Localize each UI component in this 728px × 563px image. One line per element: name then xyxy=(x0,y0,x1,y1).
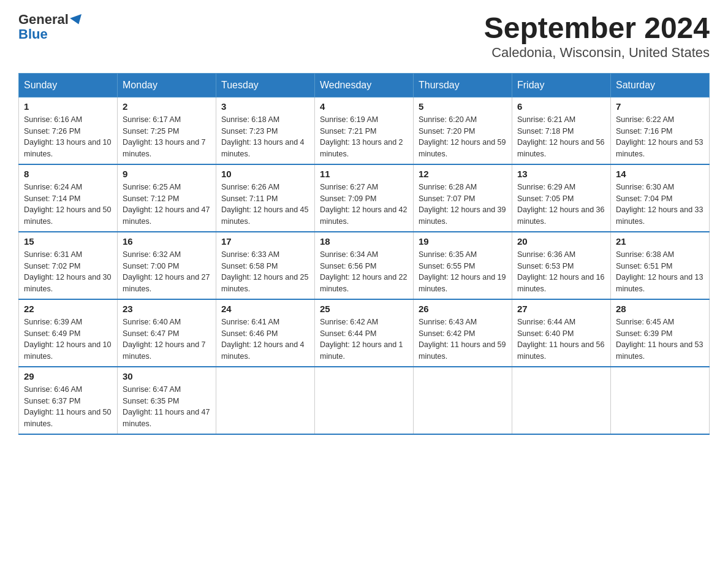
day-info: Sunrise: 6:36 AMSunset: 6:53 PMDaylight:… xyxy=(517,249,605,295)
calendar-day-cell: 7Sunrise: 6:22 AMSunset: 7:16 PMDaylight… xyxy=(611,97,710,164)
day-number: 25 xyxy=(320,304,408,314)
day-info: Sunrise: 6:40 AMSunset: 6:47 PMDaylight:… xyxy=(123,316,211,362)
calendar-day-cell xyxy=(315,367,414,434)
day-number: 2 xyxy=(123,101,211,112)
calendar-day-cell: 13Sunrise: 6:29 AMSunset: 7:05 PMDayligh… xyxy=(512,164,611,232)
day-number: 4 xyxy=(320,101,408,112)
day-number: 7 xyxy=(616,101,704,112)
day-number: 12 xyxy=(419,169,507,179)
calendar-day-cell: 14Sunrise: 6:30 AMSunset: 7:04 PMDayligh… xyxy=(611,164,710,232)
calendar-day-cell: 18Sunrise: 6:34 AMSunset: 6:56 PMDayligh… xyxy=(315,232,414,299)
page-subtitle: Caledonia, Wisconsin, United States xyxy=(484,45,710,61)
day-info: Sunrise: 6:25 AMSunset: 7:12 PMDaylight:… xyxy=(123,182,211,228)
day-info: Sunrise: 6:27 AMSunset: 7:09 PMDaylight:… xyxy=(320,182,408,228)
day-info: Sunrise: 6:19 AMSunset: 7:21 PMDaylight:… xyxy=(320,114,408,160)
calendar-table: SundayMondayTuesdayWednesdayThursdayFrid… xyxy=(18,73,710,435)
day-number: 9 xyxy=(123,169,211,179)
calendar-day-cell: 26Sunrise: 6:43 AMSunset: 6:42 PMDayligh… xyxy=(414,299,512,367)
calendar-day-cell: 16Sunrise: 6:32 AMSunset: 7:00 PMDayligh… xyxy=(118,232,216,299)
calendar-day-cell xyxy=(512,367,611,434)
weekday-header: Thursday xyxy=(414,73,512,97)
day-number: 14 xyxy=(616,169,704,179)
calendar-day-cell: 15Sunrise: 6:31 AMSunset: 7:02 PMDayligh… xyxy=(19,232,118,299)
day-number: 23 xyxy=(123,304,211,314)
day-info: Sunrise: 6:32 AMSunset: 7:00 PMDaylight:… xyxy=(123,249,211,295)
day-info: Sunrise: 6:43 AMSunset: 6:42 PMDaylight:… xyxy=(419,316,507,362)
day-number: 26 xyxy=(419,304,507,314)
calendar-header: SundayMondayTuesdayWednesdayThursdayFrid… xyxy=(19,73,710,97)
calendar-day-cell: 2Sunrise: 6:17 AMSunset: 7:25 PMDaylight… xyxy=(118,97,216,164)
calendar-day-cell: 21Sunrise: 6:38 AMSunset: 6:51 PMDayligh… xyxy=(611,232,710,299)
calendar-day-cell xyxy=(611,367,710,434)
day-info: Sunrise: 6:35 AMSunset: 6:55 PMDaylight:… xyxy=(419,249,507,295)
weekday-header-row: SundayMondayTuesdayWednesdayThursdayFrid… xyxy=(19,73,710,97)
day-number: 3 xyxy=(221,101,309,112)
day-number: 10 xyxy=(221,169,309,179)
calendar-day-cell: 5Sunrise: 6:20 AMSunset: 7:20 PMDaylight… xyxy=(414,97,512,164)
day-number: 1 xyxy=(24,101,112,112)
day-number: 8 xyxy=(24,169,112,179)
day-number: 16 xyxy=(123,236,211,247)
calendar-day-cell: 25Sunrise: 6:42 AMSunset: 6:44 PMDayligh… xyxy=(315,299,414,367)
calendar-day-cell xyxy=(414,367,512,434)
day-number: 15 xyxy=(24,236,112,247)
day-info: Sunrise: 6:41 AMSunset: 6:46 PMDaylight:… xyxy=(221,316,309,362)
calendar-day-cell: 23Sunrise: 6:40 AMSunset: 6:47 PMDayligh… xyxy=(118,299,216,367)
calendar-day-cell: 27Sunrise: 6:44 AMSunset: 6:40 PMDayligh… xyxy=(512,299,611,367)
day-info: Sunrise: 6:28 AMSunset: 7:07 PMDaylight:… xyxy=(419,182,507,228)
calendar-day-cell: 1Sunrise: 6:16 AMSunset: 7:26 PMDaylight… xyxy=(19,97,118,164)
day-number: 22 xyxy=(24,304,112,314)
day-info: Sunrise: 6:38 AMSunset: 6:51 PMDaylight:… xyxy=(616,249,704,295)
day-info: Sunrise: 6:42 AMSunset: 6:44 PMDaylight:… xyxy=(320,316,408,362)
logo-general: General xyxy=(18,12,83,27)
day-info: Sunrise: 6:30 AMSunset: 7:04 PMDaylight:… xyxy=(616,182,704,228)
calendar-week-row: 15Sunrise: 6:31 AMSunset: 7:02 PMDayligh… xyxy=(19,232,710,299)
calendar-week-row: 29Sunrise: 6:46 AMSunset: 6:37 PMDayligh… xyxy=(19,367,710,434)
day-info: Sunrise: 6:18 AMSunset: 7:23 PMDaylight:… xyxy=(221,114,309,160)
calendar-day-cell: 11Sunrise: 6:27 AMSunset: 7:09 PMDayligh… xyxy=(315,164,414,232)
calendar-day-cell: 24Sunrise: 6:41 AMSunset: 6:46 PMDayligh… xyxy=(216,299,315,367)
day-info: Sunrise: 6:24 AMSunset: 7:14 PMDaylight:… xyxy=(24,182,112,228)
day-number: 29 xyxy=(24,371,112,381)
weekday-header: Friday xyxy=(512,73,611,97)
calendar-day-cell: 4Sunrise: 6:19 AMSunset: 7:21 PMDaylight… xyxy=(315,97,414,164)
day-number: 20 xyxy=(517,236,605,247)
day-info: Sunrise: 6:33 AMSunset: 6:58 PMDaylight:… xyxy=(221,249,309,295)
day-number: 30 xyxy=(123,371,211,381)
day-info: Sunrise: 6:17 AMSunset: 7:25 PMDaylight:… xyxy=(123,114,211,160)
day-number: 17 xyxy=(221,236,309,247)
weekday-header: Monday xyxy=(118,73,216,97)
calendar-day-cell: 22Sunrise: 6:39 AMSunset: 6:49 PMDayligh… xyxy=(19,299,118,367)
calendar-body: 1Sunrise: 6:16 AMSunset: 7:26 PMDaylight… xyxy=(19,97,710,434)
calendar-day-cell: 6Sunrise: 6:21 AMSunset: 7:18 PMDaylight… xyxy=(512,97,611,164)
calendar-day-cell: 10Sunrise: 6:26 AMSunset: 7:11 PMDayligh… xyxy=(216,164,315,232)
day-info: Sunrise: 6:45 AMSunset: 6:39 PMDaylight:… xyxy=(616,316,704,362)
day-info: Sunrise: 6:22 AMSunset: 7:16 PMDaylight:… xyxy=(616,114,704,160)
calendar-day-cell: 8Sunrise: 6:24 AMSunset: 7:14 PMDaylight… xyxy=(19,164,118,232)
day-number: 24 xyxy=(221,304,309,314)
weekday-header: Saturday xyxy=(611,73,710,97)
weekday-header: Tuesday xyxy=(216,73,315,97)
calendar-day-cell: 19Sunrise: 6:35 AMSunset: 6:55 PMDayligh… xyxy=(414,232,512,299)
day-info: Sunrise: 6:46 AMSunset: 6:37 PMDaylight:… xyxy=(24,384,112,430)
calendar-week-row: 1Sunrise: 6:16 AMSunset: 7:26 PMDaylight… xyxy=(19,97,710,164)
logo: General Blue xyxy=(18,12,83,42)
calendar-day-cell: 3Sunrise: 6:18 AMSunset: 7:23 PMDaylight… xyxy=(216,97,315,164)
day-number: 6 xyxy=(517,101,605,112)
day-info: Sunrise: 6:21 AMSunset: 7:18 PMDaylight:… xyxy=(517,114,605,160)
logo-triangle-icon xyxy=(70,14,85,26)
calendar-day-cell xyxy=(216,367,315,434)
calendar-week-row: 22Sunrise: 6:39 AMSunset: 6:49 PMDayligh… xyxy=(19,299,710,367)
day-number: 28 xyxy=(616,304,704,314)
logo-blue: Blue xyxy=(18,27,83,42)
calendar-day-cell: 20Sunrise: 6:36 AMSunset: 6:53 PMDayligh… xyxy=(512,232,611,299)
calendar-week-row: 8Sunrise: 6:24 AMSunset: 7:14 PMDaylight… xyxy=(19,164,710,232)
weekday-header: Sunday xyxy=(19,73,118,97)
day-number: 21 xyxy=(616,236,704,247)
day-info: Sunrise: 6:16 AMSunset: 7:26 PMDaylight:… xyxy=(24,114,112,160)
day-info: Sunrise: 6:47 AMSunset: 6:35 PMDaylight:… xyxy=(123,384,211,430)
day-number: 18 xyxy=(320,236,408,247)
day-info: Sunrise: 6:20 AMSunset: 7:20 PMDaylight:… xyxy=(419,114,507,160)
day-number: 13 xyxy=(517,169,605,179)
day-info: Sunrise: 6:26 AMSunset: 7:11 PMDaylight:… xyxy=(221,182,309,228)
